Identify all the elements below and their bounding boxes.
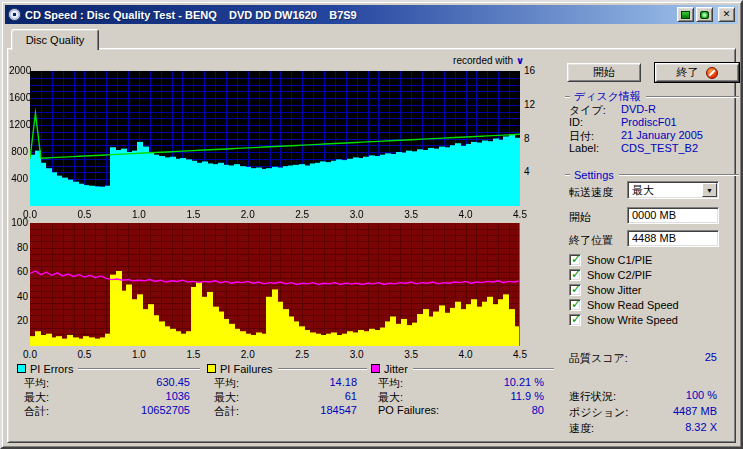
divider	[278, 368, 367, 370]
axis-tick-label: 3.5	[404, 349, 418, 360]
stat-value: 10.21 %	[504, 376, 544, 388]
stat-label: 最大:	[214, 391, 239, 403]
stat-label: 平均:	[214, 377, 239, 389]
combo-dropdown-button[interactable]	[702, 183, 717, 197]
speed-value: 8.32 X	[639, 421, 717, 433]
axis-tick-label: 1.0	[132, 209, 146, 220]
jitter-swatch	[371, 364, 380, 373]
axis-tick-label: 4	[524, 166, 530, 177]
divider	[619, 174, 739, 176]
app-window: CD Speed : Disc Quality Test - BENQ DVD …	[0, 0, 743, 449]
disc-label-label: Label:	[569, 142, 599, 154]
start-button[interactable]: 開始	[567, 63, 641, 82]
chevron-down-icon: ∨	[516, 55, 524, 66]
axis-tick-label: 60	[9, 266, 28, 277]
stat-value: 14.18	[329, 376, 357, 388]
axis-tick-label: 4.5	[513, 209, 527, 220]
save-graph-button[interactable]	[696, 7, 713, 22]
disc-id-value: ProdiscF01	[621, 116, 677, 128]
divider	[565, 174, 570, 176]
axis-tick-label: 1.5	[186, 209, 200, 220]
axis-tick-label: 12	[524, 99, 535, 110]
checkbox-show-c1-pie[interactable]	[569, 254, 581, 266]
axis-tick-label: 40	[9, 291, 28, 302]
settings-header: Settings	[565, 169, 739, 181]
screenshot-button[interactable]	[677, 7, 694, 22]
checkbox-show-write-speed-label: Show Write Speed	[587, 314, 678, 326]
stat-label: 平均:	[378, 377, 403, 389]
tabpage-disc-quality: recorded with ∨ PI Errors 平均:630.45 最大:1…	[7, 48, 736, 443]
disc-date-value: 21 January 2005	[621, 129, 703, 141]
stat-label: 最大:	[24, 391, 49, 403]
stat-value: 61	[345, 390, 357, 402]
disc-label-value: CDS_TEST_B2	[621, 142, 698, 154]
axis-tick-label: 100	[9, 217, 28, 228]
end-position-input[interactable]: 4488 MB	[627, 230, 719, 247]
pi-errors-swatch	[17, 364, 26, 373]
disc-info-header-label: ディスク情報	[574, 89, 641, 104]
axis-tick-label: 2.5	[295, 209, 309, 220]
divider	[646, 96, 739, 98]
axis-tick-label: 1.0	[132, 349, 146, 360]
stat-label: 最大:	[378, 391, 403, 403]
transfer-speed-value: 最大	[632, 184, 654, 196]
axis-tick-label: 8	[524, 133, 530, 144]
stat-value: 1036	[166, 390, 190, 402]
stats-group-title: PI Failures	[220, 363, 273, 375]
tab-disc-quality[interactable]: Disc Quality	[11, 29, 99, 50]
checkbox-show-jitter[interactable]	[569, 284, 581, 296]
stat-value: 10652705	[141, 404, 190, 416]
axis-tick-label: 0.0	[23, 349, 37, 360]
exit-icon	[706, 67, 718, 79]
disc-info-header: ディスク情報	[565, 89, 739, 104]
axis-tick-label: 0.5	[77, 349, 91, 360]
axis-tick-label: 2.5	[295, 349, 309, 360]
checkbox-show-jitter-label: Show Jitter	[587, 284, 641, 296]
axis-tick-label: 16	[524, 65, 535, 76]
recorded-with-text: recorded with	[453, 55, 513, 66]
stats-group-jitter: Jitter 平均:10.21 % 最大:11.9 % PO Failures:…	[371, 362, 554, 418]
axis-tick-label: 3.5	[404, 209, 418, 220]
quality-score-value: 25	[649, 351, 717, 363]
checkbox-show-c1-pie-label: Show C1/PIE	[587, 254, 652, 266]
axis-tick-label: 3.0	[350, 209, 364, 220]
titlebar-buttons: ✕	[677, 7, 735, 22]
axis-tick-label: 4.5	[513, 349, 527, 360]
position-value: 4487 MB	[639, 405, 717, 417]
progress-label: 進行状況:	[569, 389, 616, 404]
pie-readspeed-chart	[30, 71, 520, 206]
stats-group-pi-failures: PI Failures 平均:14.18 最大:61 合計:184547	[207, 362, 367, 418]
stat-value: 184547	[320, 404, 357, 416]
axis-tick-label: 2.0	[241, 349, 255, 360]
checkbox-show-read-speed[interactable]	[569, 299, 581, 311]
axis-tick-label: 2000	[9, 65, 28, 76]
titlebar[interactable]: CD Speed : Disc Quality Test - BENQ DVD …	[5, 5, 738, 24]
stats-group-title: PI Errors	[30, 363, 73, 375]
stats-group-title: Jitter	[384, 363, 408, 375]
transfer-speed-label: 転送速度	[569, 185, 613, 200]
transfer-speed-select[interactable]: 最大	[627, 181, 719, 199]
settings-header-label: Settings	[574, 169, 614, 181]
axis-tick-label: 4.0	[459, 349, 473, 360]
divider	[413, 368, 554, 370]
checkbox-show-c2-pif[interactable]	[569, 269, 581, 281]
exit-button[interactable]: 終了	[655, 63, 739, 82]
checkbox-show-write-speed[interactable]	[569, 314, 581, 326]
start-position-label: 開始	[569, 210, 591, 225]
chart-area: recorded with ∨ PI Errors 平均:630.45 最大:1…	[9, 50, 734, 441]
progress-value: 100 %	[639, 389, 717, 401]
stat-label: 合計:	[214, 405, 239, 417]
pi-failures-swatch	[207, 364, 216, 373]
axis-tick-label: 1200	[9, 119, 28, 130]
start-position-input[interactable]: 0000 MB	[627, 207, 719, 224]
axis-tick-label: 800	[9, 146, 28, 157]
close-button[interactable]: ✕	[718, 7, 735, 22]
stat-value: 11.9 %	[511, 390, 544, 402]
app-disc-icon	[8, 8, 21, 21]
stat-label: PO Failures:	[378, 404, 439, 416]
window-title: CD Speed : Disc Quality Test - BENQ DVD …	[25, 9, 677, 21]
axis-tick-label: 400	[9, 173, 28, 184]
disc-type-value: DVD-R	[621, 103, 656, 115]
stat-label: 合計:	[24, 405, 49, 417]
checkbox-show-read-speed-label: Show Read Speed	[587, 299, 679, 311]
